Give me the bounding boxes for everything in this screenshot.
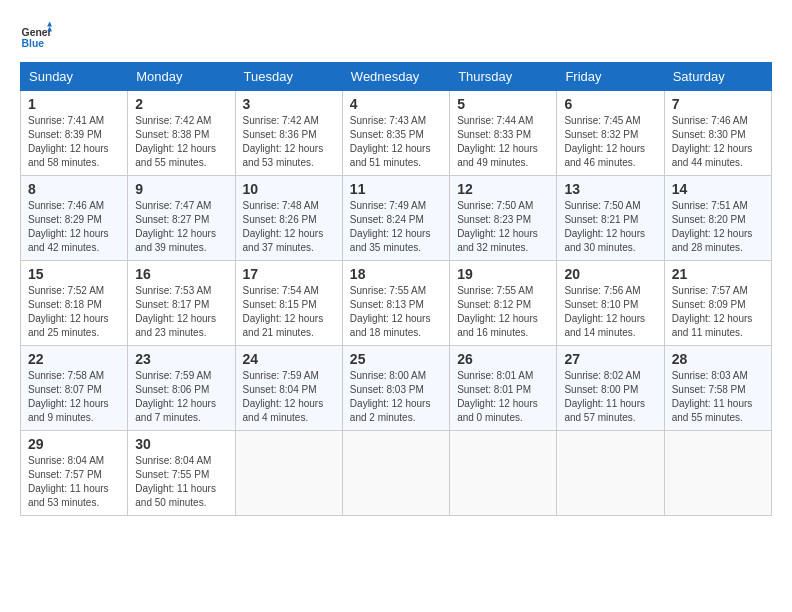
calendar-week-2: 8 Sunrise: 7:46 AM Sunset: 8:29 PM Dayli… xyxy=(21,176,772,261)
day-info: Sunrise: 8:04 AM Sunset: 7:55 PM Dayligh… xyxy=(135,454,227,510)
calendar-cell: 9 Sunrise: 7:47 AM Sunset: 8:27 PM Dayli… xyxy=(128,176,235,261)
day-number: 17 xyxy=(243,266,335,282)
calendar-cell xyxy=(557,431,664,516)
day-number: 6 xyxy=(564,96,656,112)
day-info: Sunrise: 7:50 AM Sunset: 8:21 PM Dayligh… xyxy=(564,199,656,255)
day-info: Sunrise: 7:45 AM Sunset: 8:32 PM Dayligh… xyxy=(564,114,656,170)
header-thursday: Thursday xyxy=(450,63,557,91)
day-info: Sunrise: 7:54 AM Sunset: 8:15 PM Dayligh… xyxy=(243,284,335,340)
day-info: Sunrise: 7:41 AM Sunset: 8:39 PM Dayligh… xyxy=(28,114,120,170)
calendar-week-4: 22 Sunrise: 7:58 AM Sunset: 8:07 PM Dayl… xyxy=(21,346,772,431)
day-number: 25 xyxy=(350,351,442,367)
day-info: Sunrise: 7:52 AM Sunset: 8:18 PM Dayligh… xyxy=(28,284,120,340)
calendar-week-5: 29 Sunrise: 8:04 AM Sunset: 7:57 PM Dayl… xyxy=(21,431,772,516)
day-info: Sunrise: 8:02 AM Sunset: 8:00 PM Dayligh… xyxy=(564,369,656,425)
day-info: Sunrise: 8:04 AM Sunset: 7:57 PM Dayligh… xyxy=(28,454,120,510)
calendar-cell: 7 Sunrise: 7:46 AM Sunset: 8:30 PM Dayli… xyxy=(664,91,771,176)
header-saturday: Saturday xyxy=(664,63,771,91)
logo: General Blue xyxy=(20,20,52,52)
calendar-cell: 6 Sunrise: 7:45 AM Sunset: 8:32 PM Dayli… xyxy=(557,91,664,176)
day-info: Sunrise: 7:59 AM Sunset: 8:04 PM Dayligh… xyxy=(243,369,335,425)
day-info: Sunrise: 7:44 AM Sunset: 8:33 PM Dayligh… xyxy=(457,114,549,170)
calendar-cell: 29 Sunrise: 8:04 AM Sunset: 7:57 PM Dayl… xyxy=(21,431,128,516)
calendar-cell: 24 Sunrise: 7:59 AM Sunset: 8:04 PM Dayl… xyxy=(235,346,342,431)
day-number: 7 xyxy=(672,96,764,112)
day-info: Sunrise: 7:42 AM Sunset: 8:36 PM Dayligh… xyxy=(243,114,335,170)
calendar-cell: 10 Sunrise: 7:48 AM Sunset: 8:26 PM Dayl… xyxy=(235,176,342,261)
day-info: Sunrise: 8:01 AM Sunset: 8:01 PM Dayligh… xyxy=(457,369,549,425)
day-number: 2 xyxy=(135,96,227,112)
calendar-cell: 27 Sunrise: 8:02 AM Sunset: 8:00 PM Dayl… xyxy=(557,346,664,431)
page-header: General Blue xyxy=(20,20,772,52)
day-number: 15 xyxy=(28,266,120,282)
calendar-week-3: 15 Sunrise: 7:52 AM Sunset: 8:18 PM Dayl… xyxy=(21,261,772,346)
svg-text:Blue: Blue xyxy=(22,38,45,49)
day-info: Sunrise: 7:55 AM Sunset: 8:13 PM Dayligh… xyxy=(350,284,442,340)
day-number: 4 xyxy=(350,96,442,112)
day-number: 9 xyxy=(135,181,227,197)
svg-marker-2 xyxy=(47,22,52,27)
day-number: 30 xyxy=(135,436,227,452)
day-number: 21 xyxy=(672,266,764,282)
header-wednesday: Wednesday xyxy=(342,63,449,91)
day-info: Sunrise: 7:47 AM Sunset: 8:27 PM Dayligh… xyxy=(135,199,227,255)
day-info: Sunrise: 8:03 AM Sunset: 7:58 PM Dayligh… xyxy=(672,369,764,425)
day-number: 18 xyxy=(350,266,442,282)
calendar-cell: 15 Sunrise: 7:52 AM Sunset: 8:18 PM Dayl… xyxy=(21,261,128,346)
calendar-cell: 8 Sunrise: 7:46 AM Sunset: 8:29 PM Dayli… xyxy=(21,176,128,261)
calendar-cell xyxy=(235,431,342,516)
day-number: 24 xyxy=(243,351,335,367)
day-info: Sunrise: 7:56 AM Sunset: 8:10 PM Dayligh… xyxy=(564,284,656,340)
calendar-cell: 16 Sunrise: 7:53 AM Sunset: 8:17 PM Dayl… xyxy=(128,261,235,346)
svg-text:General: General xyxy=(22,27,52,38)
calendar-cell: 12 Sunrise: 7:50 AM Sunset: 8:23 PM Dayl… xyxy=(450,176,557,261)
day-number: 16 xyxy=(135,266,227,282)
day-number: 13 xyxy=(564,181,656,197)
calendar-cell: 18 Sunrise: 7:55 AM Sunset: 8:13 PM Dayl… xyxy=(342,261,449,346)
day-number: 3 xyxy=(243,96,335,112)
calendar-week-1: 1 Sunrise: 7:41 AM Sunset: 8:39 PM Dayli… xyxy=(21,91,772,176)
day-info: Sunrise: 7:51 AM Sunset: 8:20 PM Dayligh… xyxy=(672,199,764,255)
calendar-cell: 14 Sunrise: 7:51 AM Sunset: 8:20 PM Dayl… xyxy=(664,176,771,261)
day-number: 27 xyxy=(564,351,656,367)
day-info: Sunrise: 7:42 AM Sunset: 8:38 PM Dayligh… xyxy=(135,114,227,170)
header-sunday: Sunday xyxy=(21,63,128,91)
calendar-cell xyxy=(664,431,771,516)
calendar-cell: 2 Sunrise: 7:42 AM Sunset: 8:38 PM Dayli… xyxy=(128,91,235,176)
day-info: Sunrise: 7:59 AM Sunset: 8:06 PM Dayligh… xyxy=(135,369,227,425)
calendar-cell: 20 Sunrise: 7:56 AM Sunset: 8:10 PM Dayl… xyxy=(557,261,664,346)
calendar-cell xyxy=(342,431,449,516)
day-number: 14 xyxy=(672,181,764,197)
day-number: 29 xyxy=(28,436,120,452)
calendar-cell: 1 Sunrise: 7:41 AM Sunset: 8:39 PM Dayli… xyxy=(21,91,128,176)
calendar-cell xyxy=(450,431,557,516)
calendar-cell: 3 Sunrise: 7:42 AM Sunset: 8:36 PM Dayli… xyxy=(235,91,342,176)
day-info: Sunrise: 7:46 AM Sunset: 8:30 PM Dayligh… xyxy=(672,114,764,170)
day-number: 11 xyxy=(350,181,442,197)
day-info: Sunrise: 7:46 AM Sunset: 8:29 PM Dayligh… xyxy=(28,199,120,255)
calendar-cell: 30 Sunrise: 8:04 AM Sunset: 7:55 PM Dayl… xyxy=(128,431,235,516)
day-info: Sunrise: 7:43 AM Sunset: 8:35 PM Dayligh… xyxy=(350,114,442,170)
calendar-cell: 21 Sunrise: 7:57 AM Sunset: 8:09 PM Dayl… xyxy=(664,261,771,346)
header-tuesday: Tuesday xyxy=(235,63,342,91)
day-number: 10 xyxy=(243,181,335,197)
calendar-cell: 11 Sunrise: 7:49 AM Sunset: 8:24 PM Dayl… xyxy=(342,176,449,261)
day-info: Sunrise: 7:58 AM Sunset: 8:07 PM Dayligh… xyxy=(28,369,120,425)
day-info: Sunrise: 7:50 AM Sunset: 8:23 PM Dayligh… xyxy=(457,199,549,255)
day-info: Sunrise: 7:55 AM Sunset: 8:12 PM Dayligh… xyxy=(457,284,549,340)
calendar-cell: 4 Sunrise: 7:43 AM Sunset: 8:35 PM Dayli… xyxy=(342,91,449,176)
day-number: 20 xyxy=(564,266,656,282)
day-number: 19 xyxy=(457,266,549,282)
day-number: 23 xyxy=(135,351,227,367)
calendar-cell: 5 Sunrise: 7:44 AM Sunset: 8:33 PM Dayli… xyxy=(450,91,557,176)
day-info: Sunrise: 8:00 AM Sunset: 8:03 PM Dayligh… xyxy=(350,369,442,425)
day-info: Sunrise: 7:49 AM Sunset: 8:24 PM Dayligh… xyxy=(350,199,442,255)
calendar-cell: 22 Sunrise: 7:58 AM Sunset: 8:07 PM Dayl… xyxy=(21,346,128,431)
logo-icon: General Blue xyxy=(20,20,52,52)
calendar-cell: 28 Sunrise: 8:03 AM Sunset: 7:58 PM Dayl… xyxy=(664,346,771,431)
header-monday: Monday xyxy=(128,63,235,91)
day-number: 12 xyxy=(457,181,549,197)
calendar-cell: 26 Sunrise: 8:01 AM Sunset: 8:01 PM Dayl… xyxy=(450,346,557,431)
day-info: Sunrise: 7:57 AM Sunset: 8:09 PM Dayligh… xyxy=(672,284,764,340)
day-info: Sunrise: 7:53 AM Sunset: 8:17 PM Dayligh… xyxy=(135,284,227,340)
